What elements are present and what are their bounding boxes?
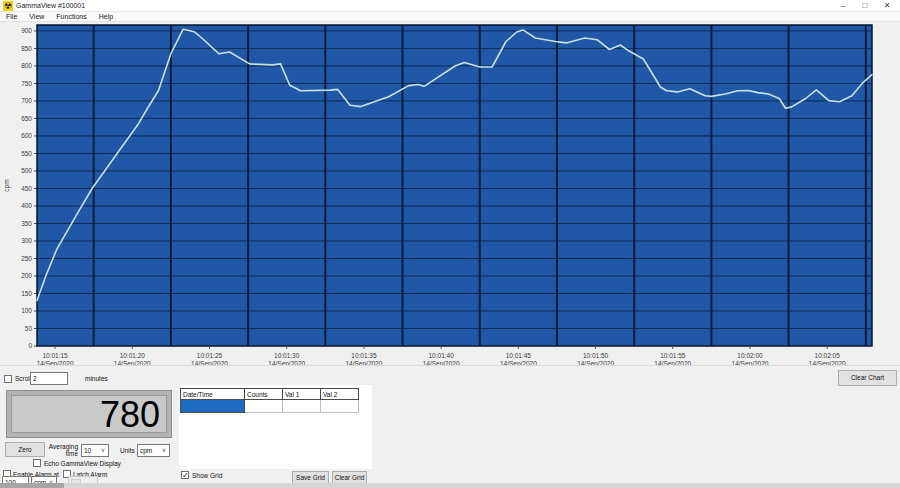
svg-text:10:02:05: 10:02:05 [815, 352, 841, 359]
col-datetime: Date/Time [181, 389, 245, 400]
svg-text:50: 50 [25, 325, 33, 332]
svg-text:200: 200 [21, 272, 32, 279]
data-grid: Date/Time Counts Val 1 Val 2 [180, 388, 359, 413]
scroll-minutes-input[interactable]: 2 [30, 372, 68, 385]
svg-text:100: 100 [21, 307, 32, 314]
show-grid-label: Show Grid [192, 472, 222, 479]
svg-text:300: 300 [21, 237, 32, 244]
svg-text:550: 550 [21, 150, 32, 157]
svg-text:10:01:20: 10:01:20 [120, 352, 146, 359]
units-dropdown[interactable]: cpm ∨ [137, 444, 170, 457]
cell-datetime-selected[interactable] [181, 400, 245, 413]
svg-text:250: 250 [21, 255, 32, 262]
data-grid-panel: Date/Time Counts Val 1 Val 2 [179, 385, 372, 469]
col-counts: Counts [245, 389, 283, 400]
app-window: ☢ GammaView #100001 – □ ✕ File View Func… [0, 0, 900, 488]
chevron-down-icon: ∨ [160, 446, 168, 453]
chart-plot: 0501001502002503003504004505005506006507… [0, 22, 900, 368]
averaging-time-label: Averaging time [44, 443, 78, 457]
scroll-checkbox[interactable] [4, 375, 12, 383]
svg-text:10:01:30: 10:01:30 [274, 352, 300, 359]
control-panel: Clear Chart Scroll 2 minutes 780 Zero Av… [0, 365, 900, 488]
cell-val2[interactable] [321, 400, 359, 413]
title-bar: ☢ GammaView #100001 – □ ✕ [0, 0, 900, 12]
zero-button[interactable]: Zero [5, 442, 45, 457]
svg-text:400: 400 [21, 202, 32, 209]
clear-chart-button[interactable]: Clear Chart [838, 370, 897, 386]
svg-text:700: 700 [21, 97, 32, 104]
scroll-label: Scroll [15, 375, 31, 382]
svg-text:10:01:25: 10:01:25 [197, 352, 223, 359]
svg-text:10:01:15: 10:01:15 [42, 352, 68, 359]
count-value: 780 [100, 396, 160, 434]
minimize-button[interactable]: – [832, 0, 854, 12]
averaging-time-value: 10 [84, 447, 91, 454]
col-val2: Val 2 [321, 389, 359, 400]
units-value: cpm [140, 447, 152, 454]
svg-text:10:01:55: 10:01:55 [660, 352, 686, 359]
svg-text:500: 500 [21, 167, 32, 174]
svg-text:10:01:50: 10:01:50 [583, 352, 609, 359]
bottom-edge-strip [0, 483, 900, 488]
svg-text:850: 850 [21, 45, 32, 52]
count-display: 780 [11, 395, 167, 433]
units-label: Units [120, 447, 135, 454]
svg-text:650: 650 [21, 115, 32, 122]
table-header-row: Date/Time Counts Val 1 Val 2 [181, 389, 359, 400]
svg-text:450: 450 [21, 185, 32, 192]
maximize-button[interactable]: □ [854, 0, 876, 12]
table-row [181, 400, 359, 413]
svg-text:350: 350 [21, 220, 32, 227]
radiation-icon: ☢ [3, 1, 13, 11]
window-title: GammaView #100001 [16, 2, 85, 9]
svg-text:600: 600 [21, 132, 32, 139]
svg-text:0: 0 [28, 342, 32, 349]
count-display-frame: 780 [6, 390, 172, 438]
svg-text:10:02:00: 10:02:00 [737, 352, 763, 359]
minutes-label: minutes [85, 375, 108, 382]
echo-display-checkbox[interactable] [33, 459, 41, 467]
svg-text:150: 150 [21, 290, 32, 297]
svg-text:900: 900 [21, 27, 32, 34]
averaging-time-dropdown[interactable]: 10 ∨ [81, 444, 109, 457]
menu-functions[interactable]: Functions [50, 13, 92, 20]
close-button[interactable]: ✕ [876, 0, 898, 12]
chevron-down-icon: ∨ [99, 446, 107, 453]
col-val1: Val 1 [283, 389, 321, 400]
svg-text:10:01:45: 10:01:45 [506, 352, 532, 359]
menu-file[interactable]: File [0, 13, 23, 20]
svg-text:cpm: cpm [3, 179, 11, 191]
show-grid-checkbox[interactable]: ✓ [181, 471, 189, 479]
strip-chart: 0501001502002503003504004505005506006507… [0, 22, 900, 368]
menu-view[interactable]: View [23, 13, 50, 20]
bottom-edge-dark-block [0, 483, 64, 488]
menu-help[interactable]: Help [93, 13, 119, 20]
menu-bar: File View Functions Help [0, 12, 900, 22]
svg-text:800: 800 [21, 62, 32, 69]
svg-text:750: 750 [21, 80, 32, 87]
svg-text:10:01:35: 10:01:35 [351, 352, 377, 359]
cell-counts[interactable] [245, 400, 283, 413]
echo-display-label: Echo GammaView Display [44, 460, 121, 467]
svg-text:10:01:40: 10:01:40 [428, 352, 454, 359]
cell-val1[interactable] [283, 400, 321, 413]
